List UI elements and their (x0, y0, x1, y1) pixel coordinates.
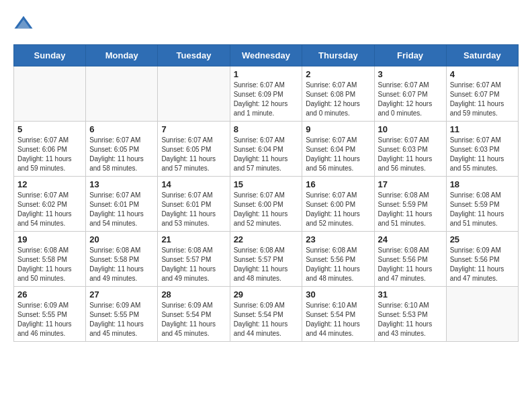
day-info: Sunrise: 6:08 AM Sunset: 5:59 PM Dayligh… (450, 191, 515, 228)
calendar-day-cell: 16Sunrise: 6:07 AM Sunset: 6:00 PM Dayli… (302, 177, 374, 232)
day-info: Sunrise: 6:07 AM Sunset: 6:07 PM Dayligh… (378, 81, 443, 118)
calendar-day-cell: 3Sunrise: 6:07 AM Sunset: 6:07 PM Daylig… (374, 66, 446, 122)
calendar-day-cell: 18Sunrise: 6:08 AM Sunset: 5:59 PM Dayli… (446, 177, 518, 232)
day-info: Sunrise: 6:08 AM Sunset: 5:56 PM Dayligh… (378, 246, 443, 283)
day-number: 29 (234, 289, 299, 300)
day-number: 9 (306, 124, 370, 134)
day-number: 31 (378, 289, 443, 300)
day-of-week-header: Sunday (14, 45, 86, 66)
day-info: Sunrise: 6:09 AM Sunset: 5:55 PM Dayligh… (89, 301, 154, 338)
calendar-header-row: SundayMondayTuesdayWednesdayThursdayFrid… (14, 45, 519, 66)
day-number: 21 (161, 234, 226, 244)
calendar-day-cell: 28Sunrise: 6:09 AM Sunset: 5:54 PM Dayli… (158, 287, 230, 342)
day-of-week-header: Wednesday (230, 45, 302, 66)
day-info: Sunrise: 6:09 AM Sunset: 5:54 PM Dayligh… (161, 301, 226, 338)
day-number: 16 (306, 179, 370, 189)
day-number: 15 (234, 179, 299, 189)
calendar-day-cell: 10Sunrise: 6:07 AM Sunset: 6:03 PM Dayli… (374, 122, 446, 177)
day-of-week-header: Saturday (446, 45, 518, 66)
day-info: Sunrise: 6:08 AM Sunset: 5:59 PM Dayligh… (378, 191, 443, 228)
calendar-day-cell: 4Sunrise: 6:07 AM Sunset: 6:07 PM Daylig… (446, 66, 518, 122)
day-info: Sunrise: 6:10 AM Sunset: 5:54 PM Dayligh… (306, 301, 370, 338)
day-info: Sunrise: 6:07 AM Sunset: 6:03 PM Dayligh… (378, 136, 443, 173)
logo (13, 13, 36, 34)
calendar-day-cell (86, 66, 158, 122)
day-info: Sunrise: 6:09 AM Sunset: 5:56 PM Dayligh… (450, 246, 515, 283)
day-number: 10 (378, 124, 443, 134)
day-number: 23 (306, 234, 370, 244)
calendar-day-cell: 29Sunrise: 6:09 AM Sunset: 5:54 PM Dayli… (230, 287, 302, 342)
day-info: Sunrise: 6:07 AM Sunset: 6:01 PM Dayligh… (161, 191, 226, 228)
calendar-day-cell: 14Sunrise: 6:07 AM Sunset: 6:01 PM Dayli… (158, 177, 230, 232)
calendar-day-cell: 8Sunrise: 6:07 AM Sunset: 6:04 PM Daylig… (230, 122, 302, 177)
calendar-day-cell: 17Sunrise: 6:08 AM Sunset: 5:59 PM Dayli… (374, 177, 446, 232)
day-of-week-header: Monday (86, 45, 158, 66)
day-number: 3 (378, 69, 443, 79)
day-info: Sunrise: 6:07 AM Sunset: 6:09 PM Dayligh… (234, 81, 299, 118)
calendar-week-row: 1Sunrise: 6:07 AM Sunset: 6:09 PM Daylig… (14, 66, 519, 122)
day-info: Sunrise: 6:08 AM Sunset: 5:57 PM Dayligh… (161, 246, 226, 283)
day-number: 13 (89, 179, 154, 189)
calendar-day-cell: 15Sunrise: 6:07 AM Sunset: 6:00 PM Dayli… (230, 177, 302, 232)
day-number: 1 (234, 69, 299, 79)
day-info: Sunrise: 6:09 AM Sunset: 5:55 PM Dayligh… (17, 301, 82, 338)
calendar-day-cell: 5Sunrise: 6:07 AM Sunset: 6:06 PM Daylig… (14, 122, 86, 177)
calendar-day-cell: 26Sunrise: 6:09 AM Sunset: 5:55 PM Dayli… (14, 287, 86, 342)
page-header (13, 13, 519, 34)
calendar-day-cell: 1Sunrise: 6:07 AM Sunset: 6:09 PM Daylig… (230, 66, 302, 122)
calendar-week-row: 26Sunrise: 6:09 AM Sunset: 5:55 PM Dayli… (14, 287, 519, 342)
day-info: Sunrise: 6:07 AM Sunset: 6:04 PM Dayligh… (234, 136, 299, 173)
calendar-table: SundayMondayTuesdayWednesdayThursdayFrid… (13, 44, 519, 342)
day-number: 4 (450, 69, 515, 79)
calendar-day-cell: 25Sunrise: 6:09 AM Sunset: 5:56 PM Dayli… (446, 232, 518, 287)
calendar-day-cell: 12Sunrise: 6:07 AM Sunset: 6:02 PM Dayli… (14, 177, 86, 232)
day-info: Sunrise: 6:08 AM Sunset: 5:57 PM Dayligh… (234, 246, 299, 283)
day-number: 26 (17, 289, 82, 300)
calendar-day-cell: 13Sunrise: 6:07 AM Sunset: 6:01 PM Dayli… (86, 177, 158, 232)
calendar-week-row: 12Sunrise: 6:07 AM Sunset: 6:02 PM Dayli… (14, 177, 519, 232)
day-info: Sunrise: 6:07 AM Sunset: 6:05 PM Dayligh… (161, 136, 226, 173)
calendar-day-cell (14, 66, 86, 122)
calendar-day-cell: 30Sunrise: 6:10 AM Sunset: 5:54 PM Dayli… (302, 287, 374, 342)
calendar-day-cell: 19Sunrise: 6:08 AM Sunset: 5:58 PM Dayli… (14, 232, 86, 287)
calendar-day-cell: 27Sunrise: 6:09 AM Sunset: 5:55 PM Dayli… (86, 287, 158, 342)
calendar-week-row: 19Sunrise: 6:08 AM Sunset: 5:58 PM Dayli… (14, 232, 519, 287)
day-info: Sunrise: 6:07 AM Sunset: 6:06 PM Dayligh… (17, 136, 82, 173)
calendar-day-cell: 23Sunrise: 6:08 AM Sunset: 5:56 PM Dayli… (302, 232, 374, 287)
day-info: Sunrise: 6:09 AM Sunset: 5:54 PM Dayligh… (234, 301, 299, 338)
day-number: 14 (161, 179, 226, 189)
day-number: 25 (450, 234, 515, 244)
day-info: Sunrise: 6:10 AM Sunset: 5:53 PM Dayligh… (378, 301, 443, 338)
calendar-day-cell (446, 287, 518, 342)
day-number: 18 (450, 179, 515, 189)
day-info: Sunrise: 6:07 AM Sunset: 6:00 PM Dayligh… (234, 191, 299, 228)
day-info: Sunrise: 6:07 AM Sunset: 6:08 PM Dayligh… (306, 81, 370, 118)
day-number: 20 (89, 234, 154, 244)
calendar-day-cell: 2Sunrise: 6:07 AM Sunset: 6:08 PM Daylig… (302, 66, 374, 122)
day-info: Sunrise: 6:08 AM Sunset: 5:56 PM Dayligh… (306, 246, 370, 283)
calendar-week-row: 5Sunrise: 6:07 AM Sunset: 6:06 PM Daylig… (14, 122, 519, 177)
day-info: Sunrise: 6:08 AM Sunset: 5:58 PM Dayligh… (89, 246, 154, 283)
calendar-day-cell: 31Sunrise: 6:10 AM Sunset: 5:53 PM Dayli… (374, 287, 446, 342)
day-info: Sunrise: 6:07 AM Sunset: 6:04 PM Dayligh… (306, 136, 370, 173)
day-number: 5 (17, 124, 82, 134)
day-info: Sunrise: 6:07 AM Sunset: 6:05 PM Dayligh… (89, 136, 154, 173)
day-info: Sunrise: 6:07 AM Sunset: 6:00 PM Dayligh… (306, 191, 370, 228)
calendar-day-cell: 6Sunrise: 6:07 AM Sunset: 6:05 PM Daylig… (86, 122, 158, 177)
calendar-day-cell: 9Sunrise: 6:07 AM Sunset: 6:04 PM Daylig… (302, 122, 374, 177)
day-number: 8 (234, 124, 299, 134)
day-info: Sunrise: 6:08 AM Sunset: 5:58 PM Dayligh… (17, 246, 82, 283)
calendar-day-cell: 7Sunrise: 6:07 AM Sunset: 6:05 PM Daylig… (158, 122, 230, 177)
day-number: 17 (378, 179, 443, 189)
day-of-week-header: Friday (374, 45, 446, 66)
day-number: 28 (161, 289, 226, 300)
day-info: Sunrise: 6:07 AM Sunset: 6:01 PM Dayligh… (89, 191, 154, 228)
day-info: Sunrise: 6:07 AM Sunset: 6:07 PM Dayligh… (450, 81, 515, 118)
day-number: 24 (378, 234, 443, 244)
day-number: 7 (161, 124, 226, 134)
day-info: Sunrise: 6:07 AM Sunset: 6:03 PM Dayligh… (450, 136, 515, 173)
day-of-week-header: Thursday (302, 45, 374, 66)
logo-icon (13, 13, 34, 34)
day-number: 19 (17, 234, 82, 244)
day-number: 11 (450, 124, 515, 134)
